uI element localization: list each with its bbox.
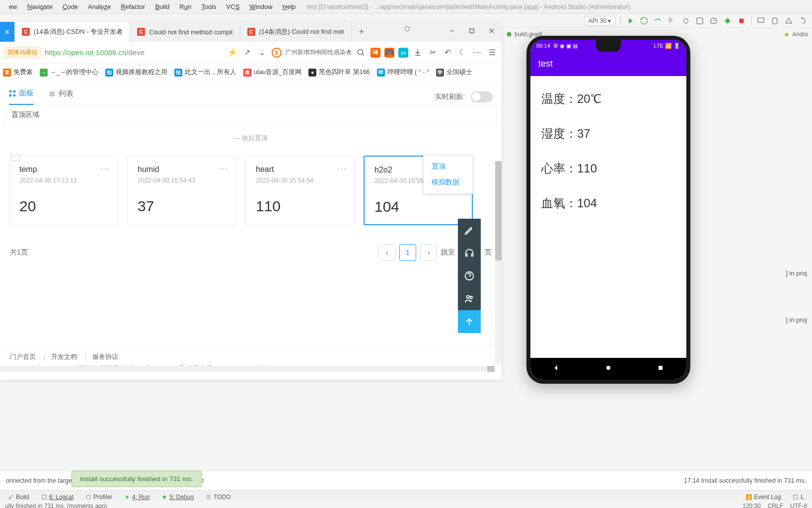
browser-tab-2[interactable]: CCould not find method compil [130,22,240,42]
rerun-icon[interactable] [640,16,649,25]
menu-simulate-data[interactable]: 模拟数据 [424,174,472,190]
tab-debug[interactable]: 5: Debug [156,492,199,502]
tab-logcat[interactable]: 6: Logcat [36,492,78,502]
vertical-scrollbar[interactable] [495,161,502,365]
bookmark-item[interactable]: 哔哔哩哔哩 ( ° - ° [377,68,429,77]
card-menu-icon[interactable]: ⋯ [101,163,111,174]
data-card-temp[interactable]: ⋯ temp 2022-04-30 17:12:11 20 [9,156,118,225]
menu-window[interactable]: Window [244,3,277,10]
infinity-icon[interactable]: ∞ [398,48,408,58]
search-icon[interactable] [356,47,367,58]
page-prev-button[interactable]: ‹ [378,244,395,261]
news-ticker[interactable]: 广州新增39例阳性感染者 [286,48,352,57]
data-card-humid[interactable]: ⋯ humid 2022-04-30 15:54:43 37 [127,156,236,225]
tab-todo[interactable]: TODO [201,492,235,502]
page-number-1[interactable]: 1 [399,244,416,261]
bookmark-item[interactable]: 知视频换脸教程之用 [105,68,167,77]
profile-icon[interactable] [709,16,718,25]
lightning-icon[interactable]: ⚡ [227,47,238,58]
chevron-down-icon[interactable]: ⌄ [257,47,268,58]
sogou-icon[interactable]: S [272,48,282,58]
avd-icon[interactable] [770,16,779,25]
browser-tab-3[interactable]: C(14条消息) Could not find met [240,22,352,42]
more-icon[interactable]: ⋯ [472,47,483,58]
headset-icon[interactable] [458,242,481,264]
bookmark-item[interactable]: 素免费素 [3,68,33,77]
undo-icon[interactable]: ↶ [442,47,453,58]
layout-inspector-icon[interactable] [756,16,765,25]
footer-docs[interactable]: 开发文档 [51,353,77,360]
bookmark-item[interactable]: ●黑色四叶草 第166 [308,68,369,77]
bookmark-item[interactable]: →→_→的管理中心 [40,68,98,77]
line-ending[interactable]: CRLF [768,503,783,508]
card-menu-icon[interactable]: ⋯ [337,163,347,174]
translate-icon[interactable]: 译 [370,48,380,58]
edit-icon[interactable] [458,219,481,242]
menu-navigate[interactable]: Navigate [22,3,58,10]
page-next-button[interactable]: › [420,244,437,261]
sync-icon[interactable] [798,16,807,25]
download-icon[interactable] [412,47,423,58]
scissors-icon[interactable]: ✂ [427,47,438,58]
help-icon[interactable] [458,264,481,287]
tab-run[interactable]: 4: Run [119,492,154,502]
menu-code[interactable]: Code [58,3,83,10]
android-tab[interactable]: Andro [783,31,808,38]
tab-panel[interactable]: 面板 [9,88,34,105]
run-icon[interactable] [626,16,635,25]
attach-debug-icon[interactable] [681,16,690,25]
emu-home-icon[interactable] [604,364,612,374]
structure-icon[interactable] [667,16,676,25]
emu-recent-icon[interactable] [657,364,664,374]
footer-service[interactable]: 服务协议 [92,353,118,360]
hamburger-icon[interactable]: ☰ [487,47,498,58]
coverage-icon[interactable] [695,16,704,25]
encoding[interactable]: UTF-8 [790,503,807,508]
horizontal-scrollbar[interactable] [0,366,495,372]
bookmark-item[interactable]: 学全国硕士 [436,68,472,77]
url-field[interactable]: https://open.iot.10086.cn/deve [45,48,223,57]
data-card-heart[interactable]: ⋯ heart 2022-04-30 15:54:54 110 [245,156,355,225]
menu-build[interactable]: Build [150,3,174,10]
users-icon[interactable] [458,287,481,310]
stop-icon[interactable] [737,16,746,25]
play-icon [124,494,130,500]
close-tab-button[interactable]: ✕ [0,22,15,42]
menu-run[interactable]: Run [174,3,196,10]
menu-view[interactable]: ew [4,3,22,10]
bookmark-item[interactable]: 搜utau音源_百度网 [243,68,301,77]
share-icon[interactable]: ↗ [242,47,253,58]
close-icon[interactable] [482,22,502,40]
shield-icon[interactable] [397,26,417,32]
refresh-toggle[interactable] [471,91,493,102]
collapse-hint[interactable]: — 收起置顶 [0,125,502,152]
menu-vcs[interactable]: VCS [221,3,245,10]
tab-eventlog[interactable]: 1Event Log [741,492,786,502]
menu-analyze[interactable]: Analyze [83,3,116,10]
tab-build[interactable]: Build [3,492,34,502]
sdk-icon[interactable] [784,16,793,25]
moon-icon[interactable]: ☾ [457,47,468,58]
apply-icon[interactable] [654,16,663,25]
svg-rect-17 [13,90,15,92]
menu-tools[interactable]: Tools [196,3,221,10]
card-menu-icon[interactable]: ⋯ [219,163,229,174]
bookmark-item[interactable]: 知此文一出，所有人 [174,68,236,77]
footer-portal[interactable]: 门户首页 [10,353,36,360]
tab-last[interactable]: L [788,492,809,502]
menu-refactor[interactable]: Refactor [116,3,150,10]
maximize-icon[interactable] [462,22,482,40]
new-tab-button[interactable]: + [352,22,371,42]
menu-pin[interactable]: 置顶 [424,159,472,174]
tab-list[interactable]: 列表 [49,89,74,104]
browser-tab-1[interactable]: C(14条消息) CSDN - 专业开发者 [15,22,130,42]
api-level-dropdown[interactable]: API 30 ▾ [584,16,615,26]
svg-rect-11 [470,29,474,33]
debug-icon[interactable] [723,16,732,25]
scroll-top-icon[interactable] [458,310,481,333]
emu-back-icon[interactable] [552,364,560,374]
tab-profiler[interactable]: Profiler [80,492,117,502]
menu-help[interactable]: Help [278,3,301,10]
game-icon[interactable]: 🎮 [384,48,394,58]
minimize-icon[interactable] [442,22,462,40]
